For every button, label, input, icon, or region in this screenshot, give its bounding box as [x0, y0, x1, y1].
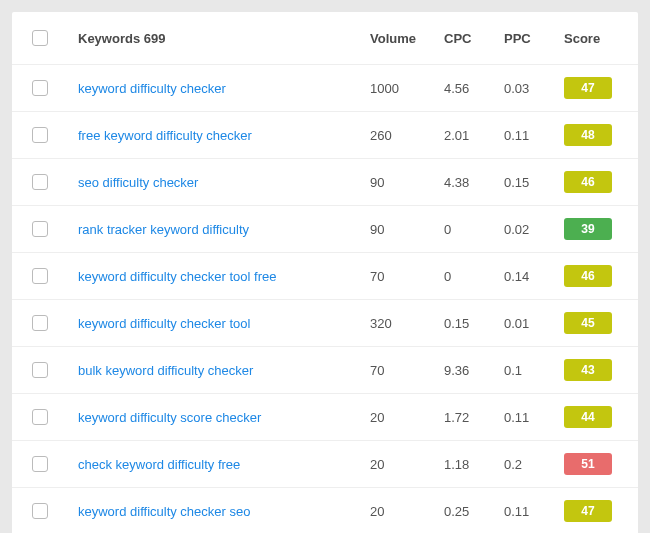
cpc-cell: 1.18: [444, 457, 504, 472]
keyword-cell: keyword difficulty checker: [78, 81, 370, 96]
keyword-link[interactable]: keyword difficulty checker seo: [78, 504, 250, 519]
table-row: check keyword difficulty free201.180.251: [12, 441, 638, 488]
score-cell: 39: [564, 218, 618, 240]
row-checkbox[interactable]: [32, 268, 48, 284]
cpc-cell: 0: [444, 269, 504, 284]
row-check-cell: [32, 127, 78, 143]
keyword-link[interactable]: keyword difficulty checker tool: [78, 316, 250, 331]
table-row: free keyword difficulty checker2602.010.…: [12, 112, 638, 159]
row-checkbox[interactable]: [32, 127, 48, 143]
row-checkbox[interactable]: [32, 174, 48, 190]
keyword-link[interactable]: bulk keyword difficulty checker: [78, 363, 253, 378]
row-checkbox[interactable]: [32, 315, 48, 331]
score-badge: 47: [564, 77, 612, 99]
score-cell: 45: [564, 312, 618, 334]
row-checkbox[interactable]: [32, 362, 48, 378]
score-cell: 47: [564, 500, 618, 522]
keyword-cell: keyword difficulty checker tool free: [78, 269, 370, 284]
volume-cell: 70: [370, 269, 444, 284]
row-check-cell: [32, 315, 78, 331]
ppc-cell: 0.14: [504, 269, 564, 284]
ppc-cell: 0.03: [504, 81, 564, 96]
cpc-cell: 4.38: [444, 175, 504, 190]
keyword-link[interactable]: check keyword difficulty free: [78, 457, 240, 472]
table-row: rank tracker keyword difficulty9000.0239: [12, 206, 638, 253]
row-check-cell: [32, 174, 78, 190]
score-badge: 45: [564, 312, 612, 334]
keyword-cell: keyword difficulty checker seo: [78, 504, 370, 519]
cpc-cell: 0.25: [444, 504, 504, 519]
ppc-cell: 0.1: [504, 363, 564, 378]
cpc-cell: 2.01: [444, 128, 504, 143]
row-checkbox[interactable]: [32, 503, 48, 519]
score-badge: 51: [564, 453, 612, 475]
keyword-link[interactable]: rank tracker keyword difficulty: [78, 222, 249, 237]
table-row: keyword difficulty checker tool free7000…: [12, 253, 638, 300]
ppc-cell: 0.11: [504, 504, 564, 519]
row-checkbox[interactable]: [32, 80, 48, 96]
keyword-link[interactable]: seo difficulty checker: [78, 175, 198, 190]
volume-cell: 1000: [370, 81, 444, 96]
score-badge: 46: [564, 265, 612, 287]
score-badge: 39: [564, 218, 612, 240]
header-keywords[interactable]: Keywords 699: [78, 31, 370, 46]
table-row: bulk keyword difficulty checker709.360.1…: [12, 347, 638, 394]
score-badge: 47: [564, 500, 612, 522]
keyword-cell: rank tracker keyword difficulty: [78, 222, 370, 237]
keyword-link[interactable]: keyword difficulty score checker: [78, 410, 261, 425]
row-check-cell: [32, 221, 78, 237]
volume-cell: 260: [370, 128, 444, 143]
ppc-cell: 0.11: [504, 410, 564, 425]
keyword-cell: keyword difficulty score checker: [78, 410, 370, 425]
score-badge: 44: [564, 406, 612, 428]
table-row: keyword difficulty checker10004.560.0347: [12, 65, 638, 112]
row-checkbox[interactable]: [32, 221, 48, 237]
row-checkbox[interactable]: [32, 456, 48, 472]
score-badge: 43: [564, 359, 612, 381]
cpc-cell: 0.15: [444, 316, 504, 331]
row-checkbox[interactable]: [32, 409, 48, 425]
score-cell: 48: [564, 124, 618, 146]
header-volume[interactable]: Volume: [370, 31, 444, 46]
ppc-cell: 0.2: [504, 457, 564, 472]
row-check-cell: [32, 362, 78, 378]
score-cell: 43: [564, 359, 618, 381]
keyword-link[interactable]: keyword difficulty checker tool free: [78, 269, 276, 284]
score-cell: 46: [564, 171, 618, 193]
header-ppc[interactable]: PPC: [504, 31, 564, 46]
table-row: keyword difficulty checker seo200.250.11…: [12, 488, 638, 533]
volume-cell: 320: [370, 316, 444, 331]
keyword-table-card: Keywords 699 Volume CPC PPC Score keywor…: [12, 12, 638, 533]
ppc-cell: 0.15: [504, 175, 564, 190]
keyword-link[interactable]: keyword difficulty checker: [78, 81, 226, 96]
volume-cell: 90: [370, 222, 444, 237]
keyword-cell: keyword difficulty checker tool: [78, 316, 370, 331]
volume-cell: 20: [370, 504, 444, 519]
row-check-cell: [32, 409, 78, 425]
row-check-cell: [32, 503, 78, 519]
row-check-cell: [32, 80, 78, 96]
score-cell: 47: [564, 77, 618, 99]
volume-cell: 20: [370, 410, 444, 425]
table-body: keyword difficulty checker10004.560.0347…: [12, 65, 638, 533]
row-check-cell: [32, 456, 78, 472]
ppc-cell: 0.11: [504, 128, 564, 143]
cpc-cell: 4.56: [444, 81, 504, 96]
ppc-cell: 0.01: [504, 316, 564, 331]
keyword-cell: check keyword difficulty free: [78, 457, 370, 472]
keyword-cell: free keyword difficulty checker: [78, 128, 370, 143]
keyword-link[interactable]: free keyword difficulty checker: [78, 128, 252, 143]
score-cell: 44: [564, 406, 618, 428]
score-cell: 46: [564, 265, 618, 287]
header-score[interactable]: Score: [564, 31, 618, 46]
cpc-cell: 0: [444, 222, 504, 237]
keyword-cell: seo difficulty checker: [78, 175, 370, 190]
header-cpc[interactable]: CPC: [444, 31, 504, 46]
select-all-checkbox[interactable]: [32, 30, 48, 46]
table-row: keyword difficulty checker tool3200.150.…: [12, 300, 638, 347]
score-badge: 46: [564, 171, 612, 193]
cpc-cell: 1.72: [444, 410, 504, 425]
volume-cell: 20: [370, 457, 444, 472]
volume-cell: 70: [370, 363, 444, 378]
score-badge: 48: [564, 124, 612, 146]
